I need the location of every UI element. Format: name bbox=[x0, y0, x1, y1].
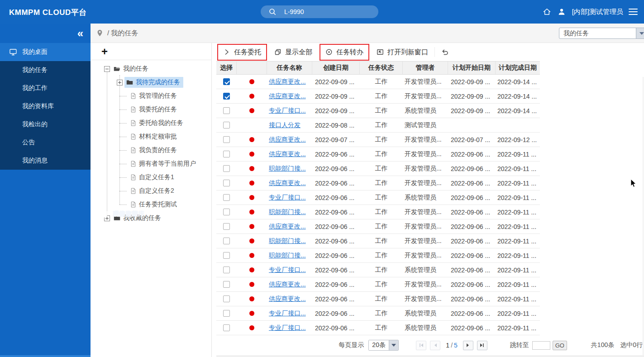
sidebar-item-label: 我的资料库 bbox=[22, 102, 54, 110]
sidebar: « 我的桌面我的任务我的工作我的资料库我检出的公告我的消息项目产品资料库公共资料… bbox=[0, 24, 91, 357]
breadcrumb-bar: / 我的任务 我的任务 bbox=[91, 24, 644, 43]
sidebar-collapse-button[interactable]: « bbox=[77, 28, 83, 39]
desktop-icon bbox=[9, 48, 18, 56]
sidebar-item-label: 我的任务 bbox=[22, 66, 48, 74]
search-icon bbox=[268, 8, 277, 16]
menu-icon[interactable] bbox=[629, 8, 638, 15]
sidebar-item-label: 我的桌面 bbox=[22, 48, 48, 56]
home-icon[interactable] bbox=[543, 8, 551, 16]
sidebar-item[interactable]: 我的消息 bbox=[0, 152, 91, 170]
user-icon[interactable] bbox=[558, 8, 566, 16]
user-label: [内部]测试管理员 bbox=[572, 8, 623, 16]
sidebar-item-label: 公告 bbox=[22, 138, 35, 147]
sidebar-submenu: 我的任务我的工作我的资料库我检出的公告我的消息 bbox=[0, 61, 91, 170]
sidebar-item-label: 我的工作 bbox=[22, 84, 48, 92]
sidebar-item[interactable]: 我检出的 bbox=[0, 115, 91, 133]
sidebar-item-label: 我的消息 bbox=[22, 157, 48, 165]
sidebar-item[interactable]: 工作流建模 bbox=[91, 47, 644, 357]
breadcrumb: / 我的任务 bbox=[107, 29, 138, 38]
sidebar-item-label: 我检出的 bbox=[22, 120, 48, 129]
workflow-icon bbox=[99, 210, 108, 218]
sidebar-item[interactable]: 公告 bbox=[0, 133, 91, 152]
sidebar-item[interactable]: 我的资料库 bbox=[0, 97, 91, 115]
sidebar-item-label: 工作流建模 bbox=[113, 210, 144, 218]
sidebar-item[interactable]: 我的工作 bbox=[0, 79, 91, 97]
top-header: KMMPM CLOUD平台 L-9990 [内部]测试管理员 bbox=[0, 0, 644, 24]
view-select-value: 我的任务 bbox=[559, 28, 636, 38]
global-search[interactable]: L-9990 bbox=[261, 5, 378, 18]
app-title: KMMPM CLOUD平台 bbox=[9, 7, 87, 18]
chevron-down-icon bbox=[639, 32, 644, 35]
sidebar-item[interactable]: 我的任务 bbox=[0, 61, 91, 79]
view-select-arrow-button[interactable] bbox=[636, 28, 644, 38]
sidebar-nav: 我的桌面我的任务我的工作我的资料库我检出的公告我的消息项目产品资料库公共资料库我… bbox=[0, 43, 91, 170]
view-select[interactable]: 我的任务 bbox=[559, 28, 644, 39]
location-pin-icon bbox=[96, 29, 103, 37]
search-input[interactable]: L-9990 bbox=[284, 8, 304, 15]
sidebar-item[interactable]: 我的桌面 bbox=[0, 43, 91, 61]
